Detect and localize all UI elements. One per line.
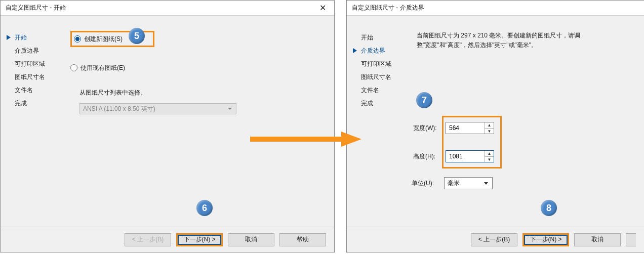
help-button-partial[interactable] — [626, 233, 636, 246]
dialog-title: 自定义图纸尺寸 - 开始 — [6, 4, 66, 12]
dialog-custom-paper-bounds: 自定义图纸尺寸 - 介质边界 开始 介质边界 可打印区域 图纸尺寸名 文件名 完… — [346, 0, 644, 252]
highlight-dimensions: 宽度(W): ▲▼ 高度(H): ▲▼ — [442, 116, 502, 168]
transition-arrow-icon — [250, 132, 361, 147]
dialog-title: 自定义图纸尺寸 - 介质边界 — [352, 4, 424, 12]
radio-use-existing-label: 使用现有图纸(E) — [80, 64, 125, 72]
cancel-button[interactable]: 取消 — [574, 233, 621, 246]
nav-item-media-bounds[interactable]: 介质边界 — [10, 44, 60, 57]
callout-5: 5 — [129, 28, 145, 44]
nav-item-finish[interactable]: 完成 — [10, 97, 60, 110]
height-spinbox[interactable]: ▲▼ — [446, 150, 494, 162]
spin-down-icon[interactable]: ▼ — [485, 129, 494, 134]
dialog-custom-paper-start: 自定义图纸尺寸 - 开始 ✕ 开始 介质边界 可打印区域 图纸尺寸名 文件名 完… — [0, 0, 335, 252]
help-button[interactable]: 帮助 — [279, 233, 326, 246]
titlebar: 自定义图纸尺寸 - 开始 ✕ — [1, 1, 334, 16]
button-bar: < 上一步(B) 下一步(N) > 取消 — [347, 227, 644, 252]
hint-select-from-list: 从图纸尺寸列表中选择。 — [79, 89, 324, 97]
back-button[interactable]: < 上一步(B) — [471, 233, 517, 246]
spin-up-icon[interactable]: ▲ — [485, 151, 494, 157]
description-text: 当前图纸尺寸为 297 x 210 毫米。要创建新的图纸尺寸，请调整"宽度"和"… — [417, 31, 584, 50]
width-label: 宽度(W): — [413, 124, 446, 133]
radio-create-new-label: 创建新图纸(S) — [84, 35, 123, 44]
nav-item-printable-area[interactable]: 可打印区域 — [10, 57, 60, 70]
cancel-button[interactable]: 取消 — [228, 233, 274, 246]
nav-item-finish[interactable]: 完成 — [356, 97, 407, 110]
wizard-nav: 开始 介质边界 可打印区域 图纸尺寸名 文件名 完成 — [356, 31, 407, 247]
next-button[interactable]: 下一步(N) > — [176, 233, 223, 246]
nav-item-printable-area[interactable]: 可打印区域 — [356, 57, 407, 70]
callout-6: 6 — [196, 200, 213, 216]
spin-down-icon[interactable]: ▼ — [485, 157, 494, 162]
nav-item-start[interactable]: 开始 — [356, 31, 407, 44]
wizard-nav: 开始 介质边界 可打印区域 图纸尺寸名 文件名 完成 — [10, 31, 60, 247]
close-icon[interactable]: ✕ — [311, 1, 334, 15]
height-label: 高度(H): — [413, 152, 446, 161]
nav-item-file-name[interactable]: 文件名 — [356, 83, 407, 97]
unit-dropdown[interactable]: 毫米 — [444, 177, 493, 189]
nav-item-media-bounds[interactable]: 介质边界 — [356, 44, 407, 57]
nav-item-start[interactable]: 开始 — [10, 31, 60, 44]
radio-create-new[interactable] — [74, 35, 81, 43]
back-button: < 上一步(B) — [125, 233, 171, 246]
nav-item-paper-name[interactable]: 图纸尺寸名 — [356, 70, 407, 83]
button-bar: < 上一步(B) 下一步(N) > 取消 帮助 — [1, 227, 334, 252]
width-spinbox[interactable]: ▲▼ — [446, 122, 494, 134]
nav-item-paper-name[interactable]: 图纸尺寸名 — [10, 70, 60, 83]
width-input[interactable] — [446, 122, 485, 134]
callout-8: 8 — [541, 200, 557, 216]
paper-size-dropdown[interactable]: ANSI A (11.00 x 8.50 英寸) — [79, 103, 236, 114]
radio-use-existing[interactable] — [70, 64, 77, 71]
titlebar: 自定义图纸尺寸 - 介质边界 — [347, 1, 644, 16]
spin-up-icon[interactable]: ▲ — [485, 122, 494, 129]
height-input[interactable] — [446, 151, 485, 162]
unit-label: 单位(U): — [412, 179, 444, 188]
callout-7: 7 — [416, 92, 432, 108]
nav-item-file-name[interactable]: 文件名 — [10, 83, 60, 97]
next-button[interactable]: 下一步(N) > — [522, 233, 569, 246]
